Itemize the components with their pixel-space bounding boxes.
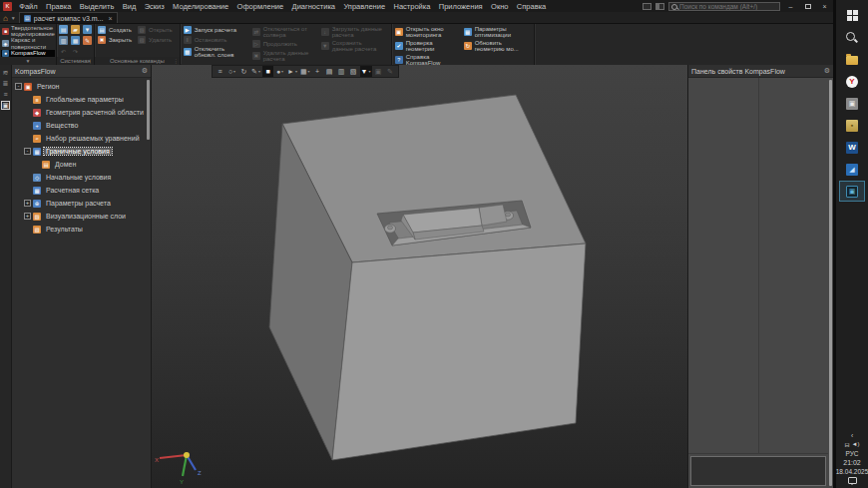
dropdown-caret-icon[interactable]: ▾ (369, 69, 371, 74)
home-icon[interactable]: ⌂ (0, 14, 11, 23)
dropdown-caret-icon[interactable]: ▾ (233, 69, 235, 74)
paste-image-icon[interactable]: ▥ (336, 66, 347, 77)
scene-layers-icon[interactable]: ▦▾ (299, 66, 311, 77)
file-explorer-icon[interactable] (839, 49, 865, 70)
open-folder-icon[interactable]: ▰ (71, 25, 80, 34)
clock-date[interactable]: 18.04.2025 (836, 468, 868, 475)
tree-item-параметры-расчета[interactable]: +⊕Параметры расчета (12, 197, 151, 210)
tree-item-регион[interactable]: -▣Регион (12, 80, 151, 93)
security-app-icon[interactable]: ▪ (839, 115, 865, 136)
group-launcher-icon[interactable]: ⋮ (174, 58, 179, 64)
save-icon[interactable]: ▼ (83, 25, 92, 34)
module-solid-modeling[interactable]: ■Твердотельное моделирование (1, 25, 55, 37)
tree-item-визуализационные-слои[interactable]: +▧Визуализационные слои (12, 210, 151, 223)
tree-view-icon[interactable]: ≋ (1, 68, 10, 77)
menu-item-Эскиз[interactable]: Эскиз (140, 2, 168, 11)
language-indicator[interactable]: РУС (845, 450, 858, 457)
gear-icon[interactable]: ⚙ (142, 67, 148, 75)
layers-view-icon[interactable]: ≡ (1, 90, 10, 99)
rotate-view-icon[interactable]: ↻ (238, 66, 249, 77)
menu-item-Вид[interactable]: Вид (119, 2, 141, 11)
clock-time[interactable]: 21:02 (843, 459, 861, 466)
tree-item-расчетная-сетка[interactable]: ▦Расчетная сетка (12, 184, 151, 197)
menu-item-Моделирование[interactable]: Моделирование (169, 2, 233, 11)
tree-item-начальные-условия[interactable]: ◇Начальные условия (12, 171, 151, 184)
menu-item-Оформление[interactable]: Оформление (232, 2, 287, 11)
group-launcher-icon[interactable]: ⋮ (88, 58, 93, 64)
создать-button[interactable]: ▤Создать (97, 25, 133, 35)
tree-item-вещество[interactable]: +Вещество (12, 119, 151, 132)
tree-expander-icon[interactable]: - (24, 148, 31, 155)
notifications-icon[interactable] (848, 477, 857, 484)
maximize-button[interactable] (801, 1, 814, 11)
copy-image-icon[interactable]: ▤ (324, 66, 335, 77)
menu-item-Справка[interactable]: Справка (513, 2, 551, 11)
viewport[interactable]: X Y Z ≡○▾↻✎▾■●▾►▾▦▾+▤▥▧▼▾▣✎ (152, 65, 687, 488)
report-icon[interactable]: ▧ (348, 66, 359, 77)
tree-item-глобальные-параметры[interactable]: ≡Глобальные параметры (12, 93, 151, 106)
command-search[interactable] (668, 2, 780, 11)
shaded-display-icon[interactable]: ■ (262, 66, 273, 77)
dropdown-caret-icon[interactable]: ▾ (258, 69, 260, 74)
tree-item-набор-решаемых-уравнений[interactable]: ≈Набор решаемых уравнений (12, 132, 151, 145)
command-search-input[interactable] (679, 3, 777, 10)
edit-document-icon[interactable]: ✎ (83, 36, 92, 45)
dropdown-caret-icon[interactable]: ▾ (308, 69, 310, 74)
tree-expander-icon[interactable]: + (24, 213, 31, 220)
documents-icon[interactable]: ▥ (59, 36, 68, 45)
measure-tool-icon[interactable]: ✎▾ (250, 66, 261, 77)
menu-item-Приложения[interactable]: Приложения (435, 2, 487, 11)
menu-item-Настройка[interactable]: Настройка (389, 2, 434, 11)
параметры-оптимизации-button[interactable]: ▦Параметры оптимизации (463, 25, 528, 39)
tray-chevron-icon[interactable]: ‹ (851, 432, 853, 439)
обновить-геометрию-мо--button[interactable]: ↻Обновить геометрию мо... (463, 39, 528, 53)
left-panel-scrollbar[interactable] (147, 80, 150, 140)
network-icon[interactable]: ⊟ (845, 441, 850, 448)
menu-item-Файл[interactable]: Файл (15, 2, 42, 11)
module-dropdown[interactable]: ▼ (0, 58, 56, 65)
menu-item-Диагностика[interactable]: Диагностика (287, 2, 339, 11)
panels-toggle-icon[interactable] (655, 3, 664, 10)
close-button[interactable]: × (818, 1, 831, 11)
list-view-icon[interactable]: ≣ (1, 79, 10, 88)
layout-toggle-icon[interactable] (643, 3, 651, 10)
menu-item-Управление[interactable]: Управление (339, 2, 389, 11)
dropdown-caret-icon[interactable]: ▾ (281, 69, 283, 74)
minimize-button[interactable]: – (784, 1, 797, 11)
menu-item-Выделить[interactable]: Выделить (76, 2, 119, 11)
открыть-окно-мониторинга-button[interactable]: ▣Открыть окно мониторинга (394, 25, 459, 39)
document-tab[interactable]: ▤ расчет компас v3.m... × (19, 12, 118, 23)
tree-item-геометрия-расчетной-области[interactable]: ◆Геометрия расчетной области (12, 106, 151, 119)
menu-item-Окно[interactable]: Окно (487, 2, 513, 11)
проверка-геометрии-button[interactable]: ✔Проверка геометрии (394, 39, 459, 53)
new-document-icon[interactable]: ▤ (59, 25, 68, 34)
tree-expander-icon[interactable]: - (15, 83, 22, 90)
tree-item-граничные-условия[interactable]: -▦Граничные условия (12, 145, 151, 158)
filter-icon[interactable]: ▼▾ (360, 66, 372, 77)
tree-expander-icon[interactable]: + (24, 200, 31, 207)
properties-view-icon[interactable]: ▣ (1, 101, 10, 110)
orientation-icon[interactable]: ●▾ (274, 66, 285, 77)
fit-all-icon[interactable]: + (312, 66, 323, 77)
devices-app-icon[interactable]: ▣ (839, 93, 865, 114)
selection-mode-icon[interactable]: ►▾ (286, 66, 298, 77)
dock-handle-icon[interactable]: ≡ (215, 66, 225, 77)
tree-item-домен[interactable]: ▤Домен (12, 158, 151, 171)
search-icon[interactable] (839, 27, 865, 48)
right-panel-scrollbar[interactable] (829, 80, 832, 486)
отключить-обновл-слоев-button[interactable]: ▩Отключить обновл. слоев (183, 45, 247, 59)
volume-icon[interactable]: ◄) (852, 441, 860, 448)
word-icon[interactable]: W (839, 137, 865, 158)
sheet-icon[interactable]: ▦ (71, 36, 80, 45)
home-dropdown-icon[interactable]: ▼ (11, 15, 19, 23)
module-kompasflow[interactable]: ●KompasFlow (1, 50, 55, 57)
model-3d-canvas[interactable]: X Y Z (152, 65, 687, 488)
module-wireframe-surfaces[interactable]: ◈Каркас и поверхности (1, 37, 55, 49)
tab-close-icon[interactable]: × (106, 15, 112, 22)
запуск-расчета-button[interactable]: ▶Запуск расчета (183, 25, 247, 35)
menu-item-Правка[interactable]: Правка (42, 2, 76, 11)
yandex-browser-icon[interactable]: Y (839, 71, 865, 92)
tree-item-результаты[interactable]: ▨Результаты (12, 223, 151, 236)
gear-icon[interactable]: ⚙ (824, 67, 830, 75)
dropdown-caret-icon[interactable]: ▾ (295, 69, 297, 74)
